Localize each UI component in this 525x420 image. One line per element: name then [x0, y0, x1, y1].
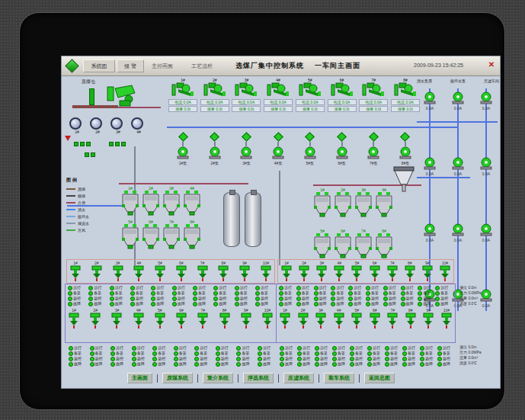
alarm-button[interactable]: 报 警 — [117, 59, 144, 72]
right-pump-device[interactable]: 0.0A — [422, 91, 437, 111]
valve-icon[interactable] — [91, 265, 103, 283]
footer-nav-button[interactable]: 压滤系统 — [283, 373, 314, 383]
valve-icon[interactable] — [386, 265, 399, 283]
valve-item[interactable]: 1# — [69, 261, 82, 283]
valve-item[interactable]: 6# — [175, 261, 187, 283]
valve-icon[interactable] — [421, 265, 434, 283]
pump-icon[interactable] — [450, 157, 466, 171]
valve-item[interactable]: 7# — [386, 308, 399, 330]
valve-diamond-icon[interactable] — [178, 132, 188, 142]
feeder-machine-icon[interactable] — [203, 82, 226, 98]
bin-machine-icon[interactable] — [106, 84, 138, 107]
pump-icon[interactable] — [422, 157, 437, 171]
pump-icon[interactable] — [450, 223, 466, 237]
valve-icon[interactable] — [440, 313, 453, 330]
crusher-circle[interactable]: 2# — [90, 117, 105, 134]
pump-icon[interactable] — [422, 223, 437, 237]
pump-icon[interactable] — [479, 223, 494, 237]
valve-item[interactable]: 9# — [238, 261, 251, 283]
valve-icon[interactable] — [315, 265, 328, 283]
right-pump-device[interactable]: 0.0A — [450, 223, 466, 242]
valve-item[interactable]: 3# — [110, 308, 123, 330]
footer-nav-button[interactable]: 原煤系统 — [162, 373, 193, 383]
valve-item[interactable]: 7# — [197, 308, 209, 330]
pump-icon[interactable] — [271, 146, 286, 160]
valve-item[interactable]: 7# — [197, 261, 209, 283]
right-pump-device[interactable]: 0.0A — [479, 223, 494, 242]
valve-item[interactable]: 6# — [175, 308, 187, 330]
valve-item[interactable]: 1# — [279, 308, 291, 330]
valve-icon[interactable] — [351, 313, 363, 330]
valve-item[interactable]: 2# — [298, 261, 310, 283]
medium-hopper-icon[interactable]: 2# — [142, 186, 160, 219]
pump-icon[interactable] — [366, 146, 381, 160]
valve-icon[interactable] — [240, 313, 252, 330]
feeder-machine-icon[interactable] — [362, 82, 385, 98]
feeder-machine-icon[interactable] — [299, 82, 322, 98]
pump-icon[interactable] — [479, 157, 494, 171]
valve-item[interactable]: 7# — [386, 261, 399, 283]
valve-item[interactable]: 4# — [133, 308, 145, 330]
valve-icon[interactable] — [369, 265, 381, 283]
valve-item[interactable]: 5# — [154, 261, 166, 283]
valve-icon[interactable] — [89, 313, 101, 330]
right-pump-device[interactable]: 0.0A — [479, 157, 494, 176]
valve-item[interactable]: 10# — [261, 308, 274, 330]
feeder-machine-icon[interactable] — [171, 82, 194, 98]
valve-item[interactable]: 9# — [421, 261, 434, 283]
valve-icon[interactable] — [197, 265, 209, 283]
valve-icon[interactable] — [369, 313, 381, 330]
valve-icon[interactable] — [298, 265, 310, 283]
right-pump-device[interactable]: 0.0A — [479, 91, 494, 111]
valve-item[interactable]: 2# — [91, 261, 103, 283]
valve-icon[interactable] — [238, 265, 251, 283]
medium-hopper-icon[interactable]: 5# — [121, 220, 139, 252]
valve-icon[interactable] — [175, 313, 187, 330]
footer-nav-button[interactable]: 主画面 — [127, 373, 152, 383]
back-diamond-icon[interactable] — [65, 59, 78, 72]
valve-item[interactable]: 6# — [369, 308, 381, 330]
valve-item[interactable]: 9# — [240, 308, 252, 330]
feeder-machine-icon[interactable] — [394, 82, 417, 98]
valve-icon[interactable] — [386, 313, 399, 330]
valve-diamond-icon[interactable] — [242, 132, 251, 142]
valve-icon[interactable] — [219, 313, 231, 330]
right-pump-device[interactable]: 0.0A — [450, 91, 466, 111]
crusher-circle-icon[interactable] — [69, 117, 82, 130]
valve-item[interactable]: 4# — [133, 261, 145, 283]
valve-item[interactable]: 8# — [219, 308, 231, 330]
valve-item[interactable]: 10# — [440, 308, 453, 330]
medium-hopper-icon[interactable]: 6# — [334, 229, 352, 261]
valve-icon[interactable] — [279, 313, 291, 330]
valve-item[interactable]: 5# — [154, 308, 166, 330]
pump-icon[interactable] — [175, 146, 190, 160]
pump-icon[interactable] — [422, 91, 437, 105]
pump-icon[interactable] — [238, 146, 254, 160]
valve-item[interactable]: 8# — [217, 261, 229, 283]
system-diagram-button[interactable]: 系统图 — [83, 59, 115, 72]
valve-item[interactable]: 3# — [315, 308, 327, 330]
valve-icon[interactable] — [315, 313, 327, 330]
feeder-machine-icon[interactable] — [235, 82, 258, 98]
valve-icon[interactable] — [333, 313, 345, 330]
valve-icon[interactable] — [439, 265, 451, 283]
medium-hopper-icon[interactable]: 1# — [121, 186, 139, 219]
valve-icon[interactable] — [154, 265, 166, 283]
right-pump-device[interactable]: 0.0A — [450, 157, 466, 176]
crusher-circle-icon[interactable] — [110, 117, 123, 130]
valve-item[interactable]: 2# — [297, 308, 309, 330]
valve-icon[interactable] — [133, 265, 145, 283]
valve-item[interactable]: 10# — [439, 261, 451, 283]
feeder-machine-icon[interactable] — [331, 82, 354, 98]
valve-icon[interactable] — [197, 313, 209, 330]
valve-diamond-icon[interactable] — [337, 132, 347, 142]
valve-icon[interactable] — [133, 313, 145, 330]
crusher-circle-icon[interactable] — [131, 117, 143, 130]
crusher-circle[interactable]: 3# — [110, 117, 126, 134]
medium-hopper-icon[interactable]: 7# — [354, 229, 373, 261]
pressure-vessel-icon[interactable] — [245, 192, 261, 247]
medium-hopper-icon[interactable]: 3# — [162, 186, 181, 219]
crusher-circle[interactable]: 1# — [69, 117, 85, 134]
pump-icon[interactable] — [398, 146, 413, 160]
valve-icon[interactable] — [297, 313, 309, 330]
